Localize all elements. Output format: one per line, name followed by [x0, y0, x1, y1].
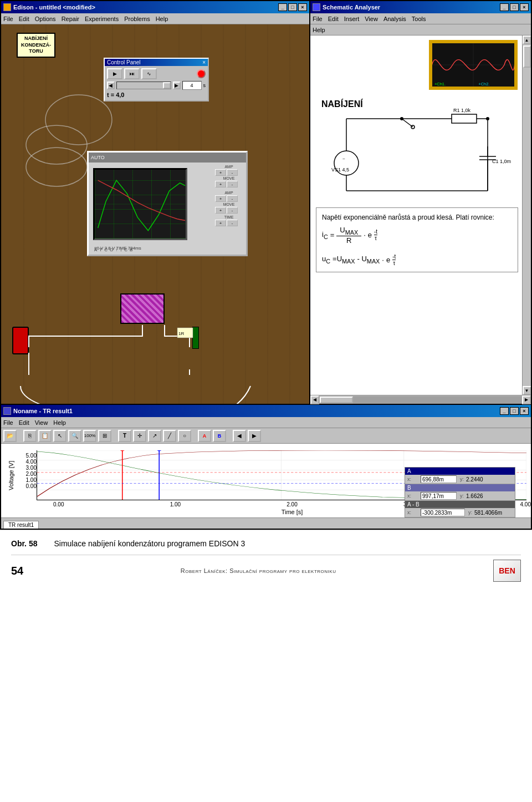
- menu-options[interactable]: Options: [35, 16, 56, 22]
- sch-minimize-button[interactable]: _: [500, 3, 509, 11]
- math-area: Napětí exponenciálně narůstá a proud kle…: [316, 207, 518, 272]
- menu-help[interactable]: Help: [156, 16, 168, 22]
- minimize-button[interactable]: _: [278, 3, 287, 11]
- math-intro: Napětí exponenciálně narůstá a proud kle…: [322, 214, 512, 221]
- menu-file[interactable]: File: [3, 16, 13, 22]
- menu-edit[interactable]: Edit: [19, 16, 29, 22]
- sch-menu-file[interactable]: File: [313, 16, 323, 22]
- tb-select-btn[interactable]: ↖: [53, 430, 66, 442]
- top-area: Edison - untitled <modified> _ □ × File …: [0, 0, 532, 405]
- cp-step-btn[interactable]: ⏭: [124, 68, 140, 79]
- tr-menu-edit[interactable]: Edit: [19, 419, 29, 426]
- tr-icon: [3, 407, 11, 415]
- move-down-1[interactable]: -: [227, 181, 238, 187]
- scroll-thumb[interactable]: [523, 45, 531, 68]
- close-button[interactable]: ×: [298, 3, 307, 11]
- tr-minimize-button[interactable]: _: [500, 407, 509, 415]
- svg-text:~: ~: [342, 156, 345, 161]
- x-tick-0: 0.00: [53, 501, 64, 507]
- sch-menu-edit[interactable]: Edit: [328, 16, 339, 22]
- tb-circle-btn[interactable]: ○: [178, 430, 191, 442]
- schematic-main-area: +Ch1. +Ch2. NABÍJENÍ ~ VS1 4,5: [310, 35, 531, 395]
- tr-maximize-button[interactable]: □: [510, 407, 519, 415]
- cp-slider-left[interactable]: ◀: [107, 82, 115, 89]
- sch-menu-help[interactable]: Help: [313, 27, 325, 33]
- control-panel: Control Panel × ▶ ⏭ ∿ ◀ ▶: [104, 58, 209, 101]
- move-up-2[interactable]: +: [215, 207, 226, 214]
- svg-marker-46: [120, 450, 125, 451]
- tb-paste-btn[interactable]: 📋: [38, 430, 52, 442]
- sch-menu-insert[interactable]: Insert: [344, 16, 360, 22]
- meas-b-header: B: [405, 484, 515, 491]
- page-number: 54: [11, 565, 23, 577]
- schematic-titlebar: Schematic Analyser _ □ ×: [310, 1, 531, 13]
- meas-a-x-val: 696,88m: [421, 475, 457, 483]
- tb-text-btn[interactable]: T: [118, 430, 131, 442]
- scroll-thumb-h[interactable]: [320, 397, 353, 403]
- measurement-box: A x: 696,88m y: 2.2440 B x: 997,17m y: 1…: [405, 467, 515, 518]
- tb-zoom-btn[interactable]: 🔍: [68, 430, 81, 442]
- tr-toolbar: 📂 ⎘ 📋 ↖ 🔍 100% ⊞ T ✛ ↗ ╱ ○ A B ◀ ▶: [1, 428, 531, 444]
- x-tick-1: 1.00: [170, 501, 181, 507]
- tb-next-btn[interactable]: ▶: [248, 430, 261, 442]
- tb-prev-btn[interactable]: ◀: [233, 430, 246, 442]
- sch-menu-view[interactable]: View: [365, 16, 378, 22]
- y-tick-2: 2.00: [14, 471, 37, 477]
- formula-1: iC = UMAX R · e -t τ: [322, 226, 512, 245]
- caption-line: Obr. 58 Simulace nabíjení kondenzátoru p…: [11, 539, 521, 548]
- cp-slider-right[interactable]: ▶: [173, 82, 181, 89]
- schematic-title: Schematic Analyser: [323, 4, 380, 11]
- scroll-up-button[interactable]: ▲: [523, 35, 531, 44]
- amp-label-2: AMP: [215, 191, 243, 195]
- amp-down-2[interactable]: -: [227, 195, 238, 202]
- scroll-down-button[interactable]: ▼: [523, 386, 531, 395]
- time-down[interactable]: -: [227, 220, 238, 226]
- maximize-button[interactable]: □: [288, 3, 297, 11]
- sch-menu-analysis[interactable]: Analysis: [383, 16, 406, 22]
- cp-stop-btn[interactable]: [197, 69, 206, 78]
- tb-zoom2-btn[interactable]: 100%: [83, 430, 96, 442]
- tr-tab-result1[interactable]: TR result1: [3, 521, 39, 529]
- sch-close-button[interactable]: ×: [520, 3, 529, 11]
- tb-arrow-btn[interactable]: ↗: [148, 430, 161, 442]
- move-up-1[interactable]: +: [215, 181, 226, 187]
- scroll-left-button[interactable]: ◀: [310, 395, 319, 404]
- sch-menu-tools[interactable]: Tools: [412, 16, 426, 22]
- tb-copy-btn[interactable]: ⎘: [23, 430, 37, 442]
- battery-component: [12, 327, 29, 354]
- scope-waveform-svg: +Ch1. +Ch2.: [431, 42, 516, 88]
- cp-wave-btn[interactable]: ∿: [141, 68, 157, 79]
- cp-slider-track: [116, 82, 171, 89]
- schematic-scrollbar-bottom[interactable]: ◀ ▶: [310, 395, 531, 404]
- cp-close[interactable]: ×: [202, 59, 206, 65]
- amp-up-2[interactable]: +: [215, 195, 226, 202]
- move-label-1: MOVE: [215, 176, 243, 180]
- meas-b-x-label: x:: [407, 493, 418, 499]
- tr-title: Noname - TR result1: [13, 408, 73, 414]
- tr-menu-help[interactable]: Help: [53, 419, 66, 426]
- scroll-right-button[interactable]: ▶: [522, 395, 531, 404]
- menu-problems[interactable]: Problems: [124, 16, 150, 22]
- amp-up-1[interactable]: +: [215, 169, 226, 176]
- sch-maximize-button[interactable]: □: [510, 3, 519, 11]
- menu-repair[interactable]: Repair: [62, 16, 79, 22]
- move-down-2[interactable]: -: [227, 207, 238, 214]
- tr-close-button[interactable]: ×: [520, 407, 529, 415]
- svg-text:R1 1,0k: R1 1,0k: [453, 108, 471, 113]
- amp-down-1[interactable]: -: [227, 169, 238, 176]
- tr-menu-file[interactable]: File: [3, 419, 13, 426]
- schematic-scrollbar-right[interactable]: ▲ ▼: [522, 35, 531, 395]
- tb-grid-btn[interactable]: ⊞: [98, 430, 111, 442]
- time-up[interactable]: +: [215, 220, 226, 226]
- tb-marker-b-btn[interactable]: B: [213, 430, 226, 442]
- cp-play-btn[interactable]: ▶: [107, 68, 122, 79]
- cp-time-input[interactable]: 4: [182, 81, 202, 90]
- osc-panel: AUTO #0 V 3.8 V TIME 794ms: [87, 151, 248, 256]
- tb-cursor-btn[interactable]: ✛: [133, 430, 146, 442]
- tb-marker-a-btn[interactable]: A: [198, 430, 211, 442]
- tr-menu-view[interactable]: View: [35, 419, 48, 426]
- meas-a-y-label: y:: [460, 476, 464, 482]
- menu-experiments[interactable]: Experiments: [85, 16, 119, 22]
- tb-open-btn[interactable]: 📂: [3, 430, 17, 442]
- tb-line-btn[interactable]: ╱: [163, 430, 176, 442]
